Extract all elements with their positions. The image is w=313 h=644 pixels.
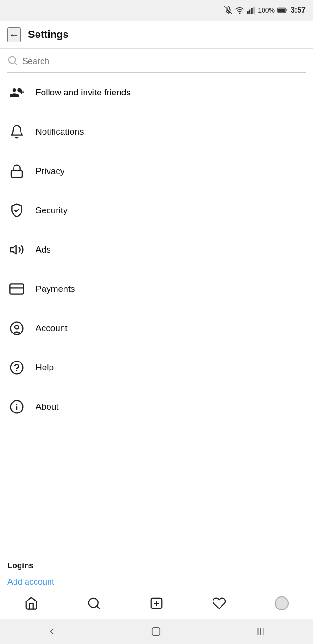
- svg-line-23: [97, 606, 99, 608]
- search-icon: [7, 55, 18, 68]
- notifications-label: Notifications: [36, 127, 84, 137]
- svg-rect-5: [249, 10, 250, 14]
- settings-item-account[interactable]: Account: [7, 309, 306, 348]
- bottom-nav: [0, 587, 313, 619]
- svg-rect-13: [10, 284, 23, 294]
- bottom-nav-add[interactable]: [145, 592, 168, 615]
- settings-item-privacy[interactable]: Privacy: [7, 152, 306, 191]
- add-person-icon: [7, 83, 26, 102]
- bell-icon: [7, 123, 26, 141]
- settings-list: Follow and invite friends Notifications …: [0, 73, 313, 557]
- settings-item-help[interactable]: Help: [7, 348, 306, 387]
- info-circle-icon: [7, 398, 26, 416]
- heart-icon: [212, 596, 226, 610]
- credit-card-icon: [7, 280, 26, 298]
- bottom-nav-activity[interactable]: [207, 592, 231, 615]
- megaphone-icon: [7, 240, 26, 259]
- shield-icon: [7, 201, 26, 220]
- battery-text: 100%: [258, 7, 275, 14]
- account-label: Account: [36, 323, 68, 333]
- mute-icon: [224, 6, 233, 14]
- status-time: 3:57: [291, 6, 306, 14]
- ads-label: Ads: [36, 245, 51, 255]
- question-circle-icon: [7, 358, 26, 377]
- settings-item-follow-invite-friends[interactable]: Follow and invite friends: [7, 73, 306, 112]
- android-nav: [0, 619, 313, 644]
- svg-rect-12: [11, 171, 22, 178]
- svg-line-11: [14, 62, 16, 64]
- add-account-button[interactable]: Add account: [7, 577, 54, 587]
- status-icons: 100% 3:57: [224, 6, 306, 14]
- bottom-nav-home[interactable]: [20, 592, 43, 615]
- about-label: About: [36, 402, 59, 412]
- android-recent-button[interactable]: [256, 626, 266, 637]
- payments-label: Payments: [36, 284, 75, 294]
- svg-point-16: [15, 325, 19, 329]
- svg-point-15: [11, 322, 23, 335]
- search-container: [0, 49, 313, 73]
- security-label: Security: [36, 205, 68, 216]
- settings-item-payments[interactable]: Payments: [7, 269, 306, 309]
- svg-rect-4: [247, 11, 249, 14]
- search-nav-icon: [87, 596, 101, 610]
- logins-section: Logins Add account: [0, 557, 313, 587]
- svg-rect-7: [253, 7, 255, 14]
- home-icon: [24, 596, 38, 610]
- battery-icon: [277, 7, 288, 14]
- profile-avatar: [275, 596, 289, 610]
- android-back-button[interactable]: [47, 627, 57, 636]
- bottom-nav-profile[interactable]: [270, 592, 293, 615]
- search-input[interactable]: [22, 57, 306, 66]
- top-nav: ← Settings: [0, 21, 313, 49]
- search-input-wrap: [7, 55, 306, 73]
- privacy-label: Privacy: [36, 166, 64, 176]
- settings-item-ads[interactable]: Ads: [7, 230, 306, 269]
- follow-invite-friends-label: Follow and invite friends: [36, 87, 131, 98]
- android-home-button[interactable]: [151, 626, 161, 637]
- help-label: Help: [36, 362, 54, 373]
- status-bar: 100% 3:57: [0, 0, 313, 21]
- back-button[interactable]: ←: [7, 27, 21, 42]
- lock-icon: [7, 162, 26, 181]
- person-circle-icon: [7, 319, 26, 338]
- svg-point-17: [11, 362, 23, 374]
- svg-rect-27: [152, 628, 160, 636]
- settings-item-about[interactable]: About: [7, 387, 306, 427]
- settings-item-notifications[interactable]: Notifications: [7, 112, 306, 152]
- svg-point-3: [239, 13, 240, 14]
- wifi-icon: [235, 6, 244, 14]
- bottom-nav-search[interactable]: [82, 592, 106, 615]
- svg-rect-9: [278, 8, 285, 12]
- svg-rect-6: [251, 8, 253, 14]
- settings-item-security[interactable]: Security: [7, 191, 306, 230]
- page-title: Settings: [28, 29, 69, 41]
- add-icon: [149, 596, 164, 610]
- signal-icon: [247, 6, 255, 14]
- logins-title: Logins: [7, 561, 306, 571]
